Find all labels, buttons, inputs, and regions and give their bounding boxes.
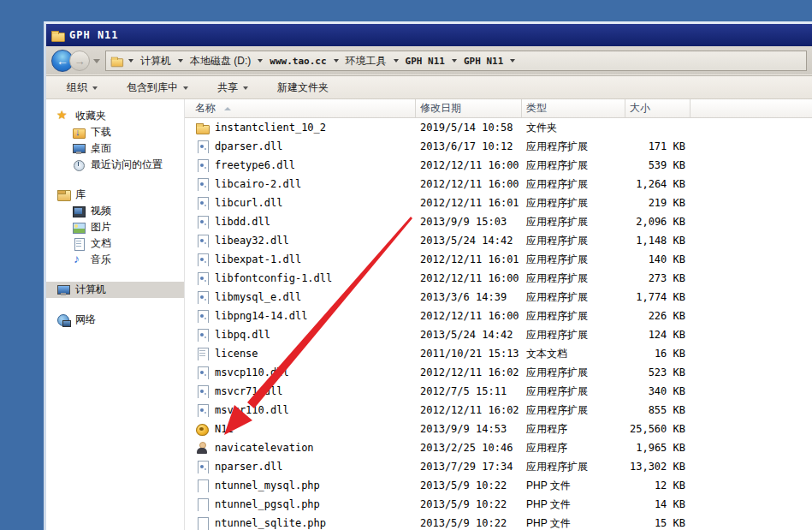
file-row[interactable]: libcairo-2.dll2012/12/11 16:00应用程序扩展1,26… (185, 175, 812, 194)
forward-button[interactable]: → (69, 51, 90, 71)
sidebar-item-downloads[interactable]: 下载 (46, 124, 184, 140)
file-row[interactable]: libdd.dll2013/9/9 15:03应用程序扩展2,096 KB (185, 212, 812, 231)
breadcrumb-segment[interactable]: 计算机 (139, 52, 173, 70)
download-icon (72, 126, 86, 139)
sidebar-item-pictures[interactable]: 图片 (46, 219, 184, 235)
recent-pages-chevron-icon[interactable] (93, 59, 100, 63)
file-type: PHP 文件 (522, 479, 625, 493)
file-type: 应用程序扩展 (522, 196, 625, 211)
sidebar-item-desktop[interactable]: 桌面 (46, 140, 184, 157)
file-row[interactable]: libexpat-1.dll2012/12/11 16:01应用程序扩展140 … (185, 250, 812, 269)
file-name: libcairo-2.dll (215, 178, 301, 190)
file-row[interactable]: license2011/10/21 15:13文本文档16 KB (185, 344, 812, 363)
chevron-down-icon[interactable] (452, 59, 457, 63)
sidebar-group-favorites: 收藏夹下载桌面最近访问的位置 (46, 108, 184, 173)
column-header-date[interactable]: 修改日期 (416, 99, 522, 117)
file-date: 2013/5/24 14:42 (416, 329, 522, 341)
sidebar-item-favorites[interactable]: 收藏夹 (46, 108, 184, 124)
file-row[interactable]: msvcr71.dll2012/7/5 15:11应用程序扩展340 KB (185, 382, 812, 401)
recent-icon (72, 158, 86, 171)
breadcrumb[interactable]: 计算机本地磁盘 (D:)www.tao.cc环境工具GPH N11GPH N11 (105, 51, 807, 71)
sidebar-item-label: 计算机 (75, 283, 106, 297)
file-row[interactable]: ntunnel_mysql.php2013/5/9 10:22PHP 文件12 … (185, 476, 812, 495)
chevron-down-icon[interactable] (394, 59, 399, 63)
network-icon (56, 313, 70, 326)
chevron-down-icon[interactable] (510, 59, 515, 63)
file-row[interactable]: libpng14-14.dll2012/12/11 16:00应用程序扩展226… (185, 307, 812, 325)
sidebar-item-music[interactable]: 音乐 (46, 252, 184, 268)
toolbar-button-label: 包含到库中 (127, 80, 178, 95)
file-name: libmysql_e.dll (215, 291, 301, 303)
file-row[interactable]: msvcp110.dll2012/12/11 16:02应用程序扩展523 KB (185, 363, 812, 382)
file-row[interactable]: ntunnel_sqlite.php2013/5/9 10:22PHP 文件15… (185, 514, 812, 530)
file-row[interactable]: libfontconfig-1.dll2012/12/11 16:00应用程序扩… (185, 269, 812, 288)
toolbar-organize-button[interactable]: 组织 (58, 77, 106, 98)
file-date: 2013/5/9 10:22 (416, 517, 522, 529)
chevron-down-icon[interactable] (258, 59, 263, 63)
file-row[interactable]: libpq.dll2013/5/24 14:42应用程序扩展124 KB (185, 325, 812, 344)
file-row[interactable]: libeay32.dll2013/5/24 14:42应用程序扩展1,148 K… (185, 231, 812, 250)
dll-icon (195, 271, 209, 285)
breadcrumb-segment[interactable]: GPH N11 (404, 54, 447, 68)
file-name: libexpat-1.dll (215, 253, 301, 265)
dll-icon (195, 460, 209, 473)
toolbar-share-button[interactable]: 共享 (209, 77, 257, 98)
file-row[interactable]: dparser.dll2013/6/17 10:12应用程序扩展171 KB (185, 137, 812, 156)
sidebar-item-label: 文档 (91, 236, 111, 251)
file-size: 25,560 KB (625, 423, 690, 435)
column-header-name[interactable]: 名称 (185, 99, 416, 117)
file-row[interactable]: ntunnel_pgsql.php2013/5/9 10:22PHP 文件14 … (185, 495, 812, 514)
sidebar-item-libraries[interactable]: 库 (46, 187, 184, 203)
chevron-down-icon[interactable] (178, 59, 183, 63)
sidebar-item-label: 收藏夹 (75, 109, 106, 123)
chevron-down-icon (92, 86, 98, 90)
toolbar-new-folder-button[interactable]: 新建文件夹 (269, 77, 337, 98)
txt-icon (195, 347, 209, 360)
file-row[interactable]: libmysql_e.dll2013/3/6 14:39应用程序扩展1,774 … (185, 288, 812, 307)
file-row[interactable]: freetype6.dll2012/12/11 16:00应用程序扩展539 K… (185, 156, 812, 175)
chevron-down-icon[interactable] (128, 59, 133, 63)
dll-icon (195, 366, 209, 379)
file-date: 2013/9/9 15:03 (416, 216, 522, 228)
music-icon (72, 253, 86, 266)
toolbar-button-label: 共享 (217, 80, 238, 95)
file-rows: instantclient_10_22019/5/14 10:58文件夹dpar… (185, 118, 812, 530)
breadcrumb-segment[interactable]: www.tao.cc (268, 54, 328, 68)
toolbar-button-label: 新建文件夹 (277, 80, 329, 95)
file-type: 应用程序 (522, 422, 625, 437)
column-header-size[interactable]: 大小 (625, 99, 690, 117)
file-row[interactable]: msvcr110.dll2012/12/11 16:02应用程序扩展855 KB (185, 401, 812, 420)
column-header-type[interactable]: 类型 (522, 99, 625, 117)
file-size: 14 KB (625, 498, 690, 510)
sidebar-item-label: 库 (75, 188, 86, 202)
file-name: ntunnel_mysql.php (215, 479, 320, 491)
file-row[interactable]: N112013/9/9 14:53应用程序25,560 KB (185, 420, 812, 438)
file-name: license (215, 348, 258, 360)
file-row[interactable]: navicatelevation2013/2/25 10:46应用程序1,965… (185, 438, 812, 457)
file-name: freetype6.dll (215, 159, 295, 171)
video-icon (72, 205, 86, 217)
file-date: 2012/12/11 16:01 (416, 253, 522, 265)
column-header-label: 名称 (195, 101, 216, 116)
file-type: 应用程序扩展 (522, 271, 625, 286)
file-row[interactable]: libcurl.dll2012/12/11 16:01应用程序扩展219 KB (185, 194, 812, 212)
file-date: 2012/7/5 15:11 (416, 385, 522, 397)
sidebar-item-videos[interactable]: 视频 (46, 203, 184, 219)
file-row[interactable]: nparser.dll2013/7/29 17:34应用程序扩展13,302 K… (185, 457, 812, 476)
dll-icon (195, 158, 209, 172)
sidebar-item-recent-places[interactable]: 最近访问的位置 (46, 157, 184, 173)
chevron-down-icon[interactable] (334, 59, 339, 63)
breadcrumb-segment[interactable]: GPH N11 (462, 54, 505, 68)
breadcrumb-segment[interactable]: 环境工具 (344, 52, 388, 70)
dll-icon (195, 234, 209, 247)
file-name-cell: libfontconfig-1.dll (185, 271, 416, 285)
toolbar-include-in-library-button[interactable]: 包含到库中 (118, 77, 197, 98)
sidebar-item-computer[interactable]: 计算机 (46, 282, 184, 298)
sidebar-item-documents[interactable]: 文档 (46, 235, 184, 252)
file-row[interactable]: instantclient_10_22019/5/14 10:58文件夹 (185, 118, 812, 137)
file-name: ntunnel_pgsql.php (215, 498, 320, 510)
column-header-label: 大小 (630, 101, 650, 116)
breadcrumb-segment[interactable]: 本地磁盘 (D:) (188, 52, 252, 70)
sidebar-item-network[interactable]: 网络 (46, 312, 184, 328)
star-icon (56, 110, 70, 122)
